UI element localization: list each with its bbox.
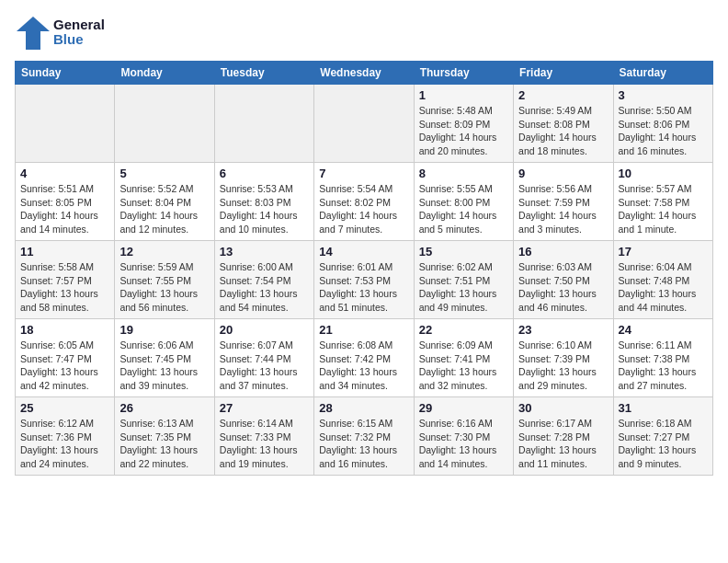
day-number: 15 [419, 245, 508, 259]
day-cell-16: 16Sunrise: 6:03 AMSunset: 7:50 PMDayligh… [514, 241, 613, 319]
day-number: 10 [619, 167, 708, 180]
day-info: Sunrise: 5:57 AMSunset: 7:58 PMDaylight:… [619, 182, 708, 236]
calendar-body: 1Sunrise: 5:48 AMSunset: 8:09 PMDaylight… [16, 85, 713, 476]
header-tuesday: Tuesday [214, 62, 313, 85]
day-cell-6: 6Sunrise: 5:53 AMSunset: 8:03 PMDaylight… [214, 163, 313, 241]
day-cell-3: 3Sunrise: 5:50 AMSunset: 8:06 PMDaylight… [613, 85, 712, 163]
header-row: SundayMondayTuesdayWednesdayThursdayFrid… [16, 62, 713, 85]
day-number: 30 [518, 401, 608, 415]
day-info: Sunrise: 6:11 AMSunset: 7:38 PMDaylight:… [619, 339, 708, 393]
day-cell-26: 26Sunrise: 6:13 AMSunset: 7:35 PMDayligh… [115, 397, 214, 476]
day-cell-13: 13Sunrise: 6:00 AMSunset: 7:54 PMDayligh… [214, 241, 313, 319]
logo-blue-text: Blue [53, 32, 105, 48]
day-cell-19: 19Sunrise: 6:06 AMSunset: 7:45 PMDayligh… [115, 319, 214, 397]
day-info: Sunrise: 5:58 AMSunset: 7:57 PMDaylight:… [20, 260, 109, 315]
day-number: 21 [319, 323, 408, 337]
week-row-2: 4Sunrise: 5:51 AMSunset: 8:05 PMDaylight… [16, 163, 713, 241]
day-info: Sunrise: 5:55 AMSunset: 8:00 PMDaylight:… [419, 182, 508, 236]
header-sunday: Sunday [16, 62, 115, 85]
day-info: Sunrise: 5:54 AMSunset: 8:02 PMDaylight:… [319, 182, 408, 236]
week-row-1: 1Sunrise: 5:48 AMSunset: 8:09 PMDaylight… [16, 85, 713, 163]
calendar-table: SundayMondayTuesdayWednesdayThursdayFrid… [15, 61, 713, 476]
day-info: Sunrise: 5:53 AMSunset: 8:03 PMDaylight:… [220, 182, 309, 236]
day-cell-11: 11Sunrise: 5:58 AMSunset: 7:57 PMDayligh… [16, 241, 115, 319]
empty-cell [214, 85, 313, 163]
day-number: 13 [220, 245, 309, 259]
day-number: 31 [619, 401, 708, 415]
day-cell-15: 15Sunrise: 6:02 AMSunset: 7:51 PMDayligh… [414, 241, 513, 319]
day-number: 26 [119, 401, 209, 415]
day-number: 9 [518, 167, 608, 180]
day-cell-4: 4Sunrise: 5:51 AMSunset: 8:05 PMDaylight… [16, 163, 115, 241]
day-info: Sunrise: 6:03 AMSunset: 7:50 PMDaylight:… [518, 260, 608, 315]
day-info: Sunrise: 5:56 AMSunset: 7:59 PMDaylight:… [518, 182, 608, 236]
day-cell-2: 2Sunrise: 5:49 AMSunset: 8:08 PMDaylight… [514, 85, 613, 163]
day-cell-20: 20Sunrise: 6:07 AMSunset: 7:44 PMDayligh… [214, 319, 313, 397]
day-number: 19 [119, 323, 209, 337]
day-number: 20 [220, 323, 309, 337]
day-cell-17: 17Sunrise: 6:04 AMSunset: 7:48 PMDayligh… [613, 241, 712, 319]
header-thursday: Thursday [414, 62, 513, 85]
day-info: Sunrise: 6:07 AMSunset: 7:44 PMDaylight:… [220, 339, 309, 393]
logo-svg-icon [15, 15, 50, 50]
day-info: Sunrise: 6:15 AMSunset: 7:32 PMDaylight:… [319, 417, 408, 471]
day-info: Sunrise: 5:51 AMSunset: 8:05 PMDaylight:… [20, 182, 109, 236]
day-number: 23 [518, 323, 608, 337]
day-info: Sunrise: 6:12 AMSunset: 7:36 PMDaylight:… [20, 417, 109, 471]
day-number: 16 [518, 245, 608, 259]
page-header: GeneralBlue [15, 15, 713, 50]
day-number: 3 [619, 88, 708, 102]
day-cell-14: 14Sunrise: 6:01 AMSunset: 7:53 PMDayligh… [314, 241, 414, 319]
svg-marker-0 [17, 17, 50, 50]
day-cell-28: 28Sunrise: 6:15 AMSunset: 7:32 PMDayligh… [314, 397, 414, 476]
day-cell-5: 5Sunrise: 5:52 AMSunset: 8:04 PMDaylight… [115, 163, 214, 241]
header-monday: Monday [115, 62, 214, 85]
day-cell-21: 21Sunrise: 6:08 AMSunset: 7:42 PMDayligh… [314, 319, 414, 397]
day-info: Sunrise: 6:10 AMSunset: 7:39 PMDaylight:… [518, 339, 608, 393]
day-number: 7 [319, 167, 408, 180]
day-number: 28 [319, 401, 408, 415]
day-cell-7: 7Sunrise: 5:54 AMSunset: 8:02 PMDaylight… [314, 163, 414, 241]
day-cell-18: 18Sunrise: 6:05 AMSunset: 7:47 PMDayligh… [16, 319, 115, 397]
logo-general-text: General [53, 17, 105, 33]
day-number: 5 [119, 167, 209, 180]
day-info: Sunrise: 6:06 AMSunset: 7:45 PMDaylight:… [119, 339, 209, 393]
day-number: 2 [518, 88, 608, 102]
header-friday: Friday [514, 62, 613, 85]
day-cell-30: 30Sunrise: 6:17 AMSunset: 7:28 PMDayligh… [514, 397, 613, 476]
header-wednesday: Wednesday [314, 62, 414, 85]
day-info: Sunrise: 5:48 AMSunset: 8:09 PMDaylight:… [419, 104, 508, 158]
day-info: Sunrise: 6:05 AMSunset: 7:47 PMDaylight:… [20, 339, 109, 393]
day-info: Sunrise: 5:59 AMSunset: 7:55 PMDaylight:… [119, 260, 209, 315]
day-cell-8: 8Sunrise: 5:55 AMSunset: 8:00 PMDaylight… [414, 163, 513, 241]
week-row-3: 11Sunrise: 5:58 AMSunset: 7:57 PMDayligh… [16, 241, 713, 319]
day-info: Sunrise: 6:04 AMSunset: 7:48 PMDaylight:… [619, 260, 708, 315]
day-info: Sunrise: 6:16 AMSunset: 7:30 PMDaylight:… [419, 417, 508, 471]
day-info: Sunrise: 5:49 AMSunset: 8:08 PMDaylight:… [518, 104, 608, 158]
calendar-header: SundayMondayTuesdayWednesdayThursdayFrid… [16, 62, 713, 85]
day-cell-23: 23Sunrise: 6:10 AMSunset: 7:39 PMDayligh… [514, 319, 613, 397]
day-cell-27: 27Sunrise: 6:14 AMSunset: 7:33 PMDayligh… [214, 397, 313, 476]
day-number: 29 [419, 401, 508, 415]
day-cell-31: 31Sunrise: 6:18 AMSunset: 7:27 PMDayligh… [613, 397, 712, 476]
day-info: Sunrise: 6:17 AMSunset: 7:28 PMDaylight:… [518, 417, 608, 471]
day-info: Sunrise: 6:01 AMSunset: 7:53 PMDaylight:… [319, 260, 408, 315]
empty-cell [16, 85, 115, 163]
day-number: 12 [119, 245, 209, 259]
day-number: 8 [419, 167, 508, 180]
day-cell-24: 24Sunrise: 6:11 AMSunset: 7:38 PMDayligh… [613, 319, 712, 397]
day-cell-29: 29Sunrise: 6:16 AMSunset: 7:30 PMDayligh… [414, 397, 513, 476]
day-info: Sunrise: 6:08 AMSunset: 7:42 PMDaylight:… [319, 339, 408, 393]
day-number: 27 [220, 401, 309, 415]
week-row-5: 25Sunrise: 6:12 AMSunset: 7:36 PMDayligh… [16, 397, 713, 476]
day-number: 25 [20, 401, 109, 415]
day-cell-1: 1Sunrise: 5:48 AMSunset: 8:09 PMDaylight… [414, 85, 513, 163]
day-info: Sunrise: 6:18 AMSunset: 7:27 PMDaylight:… [619, 417, 708, 471]
day-number: 4 [20, 167, 109, 180]
day-cell-10: 10Sunrise: 5:57 AMSunset: 7:58 PMDayligh… [613, 163, 712, 241]
header-saturday: Saturday [613, 62, 712, 85]
day-number: 1 [419, 88, 508, 102]
day-number: 11 [20, 245, 109, 259]
day-cell-12: 12Sunrise: 5:59 AMSunset: 7:55 PMDayligh… [115, 241, 214, 319]
day-number: 14 [319, 245, 408, 259]
